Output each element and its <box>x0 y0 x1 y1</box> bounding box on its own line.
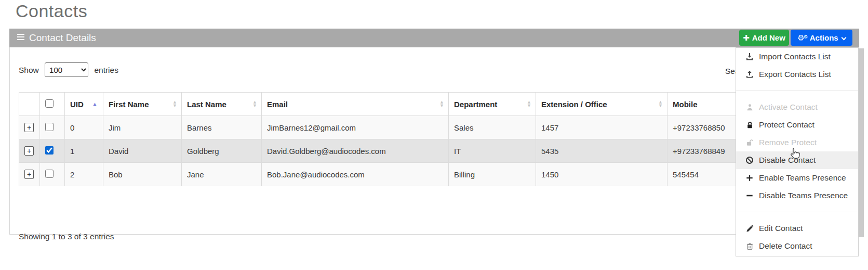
col-department[interactable]: Department▲▼ <box>449 93 536 116</box>
chevron-down-icon <box>841 35 846 40</box>
gears-icon: ⚙⚙ <box>797 33 807 42</box>
panel-header: Contact Details ✚Add New ⚙⚙Actions <box>9 29 859 47</box>
ban-icon <box>745 156 754 164</box>
menu-item-activate-contact[interactable]: Activate Contact <box>736 98 858 116</box>
table-row[interactable]: + 0 Jim Barnes JimBarnes12@gmail.com Sal… <box>19 116 850 139</box>
col-expand <box>19 93 40 116</box>
select-all-checkbox[interactable] <box>45 99 54 108</box>
table-info: Showing 1 to 3 of 3 entries <box>19 232 114 241</box>
col-email[interactable]: Email▲▼ <box>262 93 449 116</box>
sort-icon: ▲▼ <box>527 100 531 108</box>
menu-item-protect-contact[interactable]: Protect Contact <box>736 116 858 134</box>
col-select <box>40 93 65 116</box>
show-label: Show <box>19 66 39 74</box>
col-first-name[interactable]: First Name▲▼ <box>103 93 182 116</box>
sort-icon: ▲▼ <box>658 100 663 108</box>
download-icon <box>745 53 754 61</box>
sort-icon: ▲▼ <box>172 100 177 108</box>
col-extension[interactable]: Extension / Office▲▼ <box>536 93 667 116</box>
menu-divider <box>736 212 858 212</box>
actions-button[interactable]: ⚙⚙Actions <box>791 30 852 46</box>
entries-label: entries <box>94 66 118 74</box>
menu-item-enable-teams-presence[interactable]: Enable Teams Presence <box>736 169 858 187</box>
plus-icon <box>745 174 754 182</box>
mouse-cursor <box>787 147 802 163</box>
upload-icon <box>745 70 754 79</box>
user-icon <box>745 103 754 111</box>
dropdown-shadow <box>859 48 864 237</box>
minus-icon <box>745 191 754 200</box>
panel-title: Contact Details <box>17 29 96 47</box>
trash-icon <box>745 242 754 250</box>
row-checkbox[interactable] <box>45 146 54 155</box>
table-header-row: UID▲ First Name▲▼ Last Name▲▼ Email▲▼ De… <box>19 93 850 116</box>
page-title: Contacts <box>16 1 87 21</box>
expand-row-button[interactable]: + <box>24 146 34 156</box>
col-last-name[interactable]: Last Name▲▼ <box>182 93 262 116</box>
sort-asc-icon: ▲ <box>92 101 98 107</box>
unlock-icon <box>745 138 754 147</box>
expand-row-button[interactable]: + <box>24 170 34 179</box>
table-row[interactable]: + 1 David Goldberg David.Goldberg@audioc… <box>19 139 850 163</box>
menu-item-import-contacts[interactable]: Import Contacts List <box>736 48 858 66</box>
table-row[interactable]: + 2 Bob Jane Bob.Jane@audiocodes.com Bil… <box>19 163 850 186</box>
contact-details-panel: Contact Details ✚Add New ⚙⚙Actions Show … <box>9 29 859 235</box>
contacts-page: Contacts Contact Details ✚Add New ⚙⚙Acti… <box>0 0 868 270</box>
menu-item-edit-contact[interactable]: Edit Contact <box>736 220 858 237</box>
menu-item-disable-teams-presence[interactable]: Disable Teams Presence <box>736 187 858 204</box>
plus-icon: ✚ <box>743 33 750 42</box>
hamburger-icon <box>17 32 24 42</box>
page-size-control: Show 100 entries <box>19 62 118 77</box>
contacts-table: UID▲ First Name▲▼ Last Name▲▼ Email▲▼ De… <box>19 92 850 186</box>
lock-icon <box>745 121 754 129</box>
row-checkbox[interactable] <box>45 170 54 178</box>
menu-item-export-contacts[interactable]: Export Contacts List <box>736 66 858 83</box>
col-uid[interactable]: UID▲ <box>65 93 103 116</box>
sort-icon: ▲▼ <box>439 100 444 108</box>
page-size-select[interactable]: 100 <box>45 62 88 77</box>
menu-item-delete-contact[interactable]: Delete Contact <box>736 237 858 255</box>
sort-icon: ▲▼ <box>252 100 257 108</box>
expand-row-button[interactable]: + <box>24 123 34 132</box>
menu-divider <box>736 91 858 91</box>
pencil-icon <box>745 224 754 233</box>
add-new-button[interactable]: ✚Add New <box>739 30 789 46</box>
row-checkbox[interactable] <box>45 123 54 131</box>
